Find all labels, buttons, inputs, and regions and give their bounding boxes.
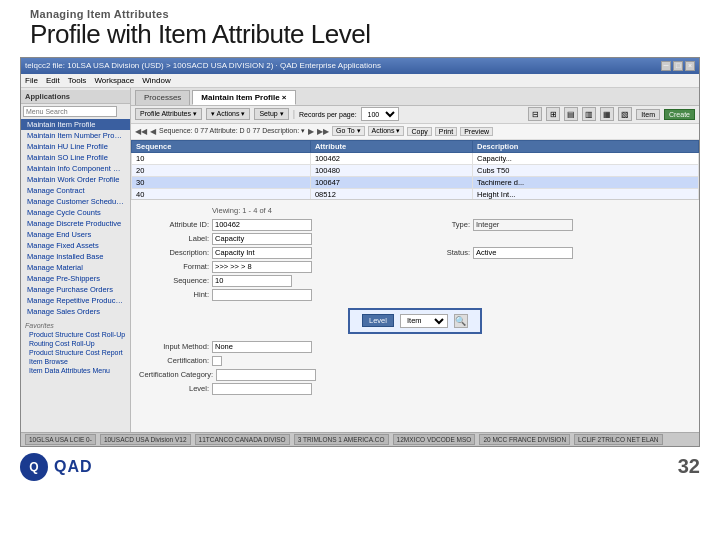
view-icon-4[interactable]: ▥ <box>582 107 596 121</box>
divider: | <box>293 109 295 119</box>
copy-button[interactable]: Copy <box>407 127 431 136</box>
status-seg-3: 11TCANCO CANADA DIVISO <box>195 434 290 445</box>
sidebar-item-manage-discrete[interactable]: Manage Discrete Productive <box>21 218 130 229</box>
setup-button[interactable]: Setup ▾ <box>254 108 288 120</box>
menu-edit[interactable]: Edit <box>46 76 60 85</box>
profile-attributes-dropdown[interactable]: Profile Attributes ▾ <box>135 108 202 120</box>
status-input[interactable] <box>473 247 573 259</box>
maximize-btn[interactable]: □ <box>673 61 683 71</box>
sidebar-item-manage-material[interactable]: Manage Material <box>21 262 130 273</box>
format-label: Format: <box>139 262 209 271</box>
menu-file[interactable]: File <box>25 76 38 85</box>
secondary-toolbar: ◀◀ ◀ Sequence: 0 77 Attribute: D 0 77 De… <box>131 124 699 140</box>
menu-search-input[interactable] <box>23 106 117 117</box>
sidebar-item-manage-fixed[interactable]: Manage Fixed Assets <box>21 240 130 251</box>
level-field-input[interactable] <box>212 383 312 395</box>
table-row[interactable]: 20 100480 Cubs T50 <box>132 164 699 176</box>
app-window: telqcc2 file: 10LSA USA Division (USD) >… <box>20 57 700 447</box>
nav-prev[interactable]: ◀ <box>150 127 156 136</box>
sidebar-item-manage-installed[interactable]: Manage Installed Base <box>21 251 130 262</box>
sidebar-item-manage-pre-shippers[interactable]: Manage Pre-Shippers <box>21 273 130 284</box>
sidebar-item-manage-end-users[interactable]: Manage End Users <box>21 229 130 240</box>
menu-tools[interactable]: Tools <box>68 76 87 85</box>
level-field-row: Level: <box>139 382 410 396</box>
sidebar-item-maintain-info[interactable]: Maintain Info Component Profile <box>21 163 130 174</box>
header-section: Managing Item Attributes Profile with It… <box>0 0 720 53</box>
main-title: Profile with Item Attribute Level <box>30 20 690 49</box>
level-button[interactable]: Level <box>362 314 394 327</box>
status-seg-4: 3 TRIMLONS 1 AMERICA.CO <box>294 434 389 445</box>
type-label: Type: <box>420 220 470 229</box>
certification-category-row: Certification Category: <box>139 368 410 382</box>
records-per-page-select[interactable]: 100 50 25 <box>361 107 399 121</box>
favorites-item-routing-cost[interactable]: Routing Cost Roll-Up <box>21 339 130 348</box>
preview-button[interactable]: Preview <box>460 127 493 136</box>
actions-button[interactable]: ▾ Actions ▾ <box>206 108 250 120</box>
view-icon-5[interactable]: ▦ <box>600 107 614 121</box>
close-btn[interactable]: × <box>685 61 695 71</box>
level-item-inner: Level Item Profile Global 🔍 <box>348 308 482 334</box>
view-icon-3[interactable]: ▤ <box>564 107 578 121</box>
item-button[interactable]: Item <box>636 109 660 120</box>
tab-maintain-item-profile[interactable]: Maintain Item Profile × <box>192 90 295 105</box>
sidebar-item-manage-customer[interactable]: Manage Customer Scheduled Ord <box>21 196 130 207</box>
attribute-id-row: Attribute ID: <box>139 218 410 232</box>
favorites-item-item-browse[interactable]: Item Browse <box>21 357 130 366</box>
hint-label: Hint: <box>139 290 209 299</box>
cert-category-input[interactable] <box>216 369 316 381</box>
sidebar-item-manage-contract[interactable]: Manage Contract <box>21 185 130 196</box>
description-label: Description: <box>139 248 209 257</box>
nav-next[interactable]: ▶ <box>308 127 314 136</box>
table-row[interactable]: 40 08512 Height Int... <box>132 188 699 200</box>
format-input[interactable] <box>212 261 312 273</box>
table-row[interactable]: 10 100462 Capacity... <box>132 152 699 164</box>
table-row[interactable]: 30 100647 Tachimere d... <box>132 176 699 188</box>
input-method-label: Input Method: <box>139 342 209 351</box>
sidebar-item-maintain-so[interactable]: Maintain SO Line Profile <box>21 152 130 163</box>
minimize-btn[interactable]: ─ <box>661 61 671 71</box>
format-row: Format: <box>139 260 410 274</box>
page-footer: Q QAD 32 <box>0 447 720 485</box>
input-method-row: Input Method: <box>139 340 410 354</box>
label-input[interactable] <box>212 233 312 245</box>
tab-processes[interactable]: Processes <box>135 90 190 105</box>
menu-window[interactable]: Window <box>142 76 170 85</box>
status-seg-2: 10USACD USA Division V12 <box>131 434 191 445</box>
hint-input[interactable] <box>212 289 312 301</box>
type-input[interactable] <box>473 219 573 231</box>
goto-button[interactable]: Go To ▾ <box>332 126 365 136</box>
print-button[interactable]: Print <box>435 127 457 136</box>
sequence-label: Sequence: <box>139 276 209 285</box>
certification-checkbox[interactable] <box>212 356 222 366</box>
view-icon-6[interactable]: ▧ <box>618 107 632 121</box>
description-input[interactable] <box>212 247 312 259</box>
sidebar-item-maintain-item-profile[interactable]: Maintain Item Profile <box>21 119 130 130</box>
sidebar-item-maintain-work-order[interactable]: Maintain Work Order Profile <box>21 174 130 185</box>
sidebar-item-maintain-hu[interactable]: Maintain HU Line Profile <box>21 141 130 152</box>
sidebar-item-maintain-item-number[interactable]: Maintain Item Number Profile <box>21 130 130 141</box>
certification-label: Certification: <box>139 356 209 365</box>
sidebar-item-manage-cycle[interactable]: Manage Cycle Counts <box>21 207 130 218</box>
sidebar-item-manage-purchase[interactable]: Manage Purchase Orders <box>21 284 130 295</box>
level-search-icon[interactable]: 🔍 <box>454 314 468 328</box>
window-title-text: telqcc2 file: 10LSA USA Division (USD) >… <box>25 61 661 70</box>
actions2-button[interactable]: Actions ▾ <box>368 126 405 136</box>
view-icon-2[interactable]: ⊞ <box>546 107 560 121</box>
favorites-item-item-data[interactable]: Item Data Attributes Menu <box>21 366 130 375</box>
sidebar-item-manage-repetitive[interactable]: Manage Repetitive Production <box>21 295 130 306</box>
col-attribute: Attribute <box>310 140 472 152</box>
view-icon-1[interactable]: ⊟ <box>528 107 542 121</box>
sidebar-item-manage-sales[interactable]: Manage Sales Orders <box>21 306 130 317</box>
nav-next-next[interactable]: ▶▶ <box>317 127 329 136</box>
level-dropdown[interactable]: Item Profile Global <box>400 314 448 328</box>
attribute-id-input[interactable] <box>212 219 312 231</box>
favorites-item-product-cost[interactable]: Product Structure Cost Roll-Up <box>21 330 130 339</box>
menu-workspace[interactable]: Workspace <box>94 76 134 85</box>
nav-prev-prev[interactable]: ◀◀ <box>135 127 147 136</box>
window-titlebar: telqcc2 file: 10LSA USA Division (USD) >… <box>21 58 699 74</box>
sequence-input[interactable] <box>212 275 292 287</box>
window-controls: ─ □ × <box>661 61 695 71</box>
favorites-item-product-report[interactable]: Product Structure Cost Report <box>21 348 130 357</box>
input-method-input[interactable] <box>212 341 312 353</box>
create-button[interactable]: Create <box>664 109 695 120</box>
